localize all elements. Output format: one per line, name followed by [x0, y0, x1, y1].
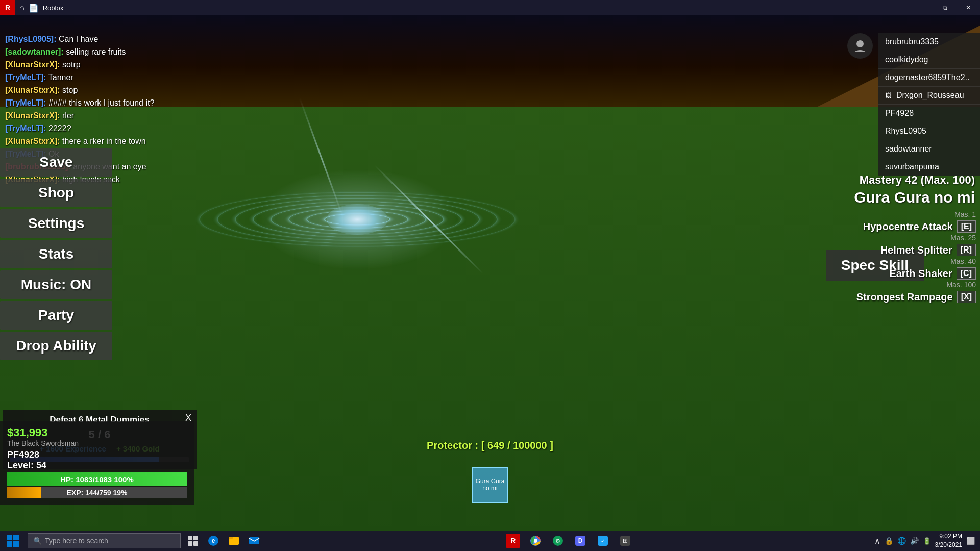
svg-text:⚙: ⚙ — [555, 538, 560, 544]
ability-bar: Gura Gurano mi — [472, 467, 508, 503]
shop-button[interactable]: Shop — [0, 179, 112, 207]
taskbar-mail-button[interactable] — [244, 531, 264, 551]
skill-hypocentre-key: [E] — [957, 220, 976, 233]
chat-line: [XlunarStxrX]: rler — [5, 110, 179, 122]
titlebar: R ⌂ 📄 Roblox — ⧉ ✕ — [0, 0, 980, 15]
taskbar-app3-button[interactable]: ⚙ — [548, 531, 568, 551]
skill-helmet-key: [R] — [957, 244, 976, 256]
taskbar-app4-button[interactable]: D — [570, 531, 591, 551]
svg-text:D: D — [578, 537, 583, 544]
taskbar-app5-button[interactable]: ✓ — [593, 531, 613, 551]
stats-button[interactable]: Stats — [0, 240, 112, 268]
svg-rect-9 — [249, 537, 259, 544]
taskbar-chrome-button[interactable] — [525, 531, 546, 551]
svg-rect-3 — [188, 541, 192, 546]
chat-line: [sadowtanner]: selling rare fruits — [5, 46, 179, 58]
skill-hypocentre-name: Hypocentre Attack — [863, 221, 953, 233]
titlebar-title: Roblox — [43, 4, 63, 12]
skill-row: Strongest Rampage [X] — [827, 291, 980, 303]
taskbar-app6-button[interactable]: ⊞ — [615, 531, 635, 551]
player-level: Level: 54 — [7, 460, 46, 470]
exp-bar — [7, 487, 41, 498]
search-icon: 🔍 — [33, 537, 42, 545]
player-list: brubrubru3335 coolkidydog dogemaster6859… — [878, 33, 980, 176]
skill-earth-name: Earth Shaker — [889, 268, 952, 280]
close-button[interactable]: ✕ — [957, 0, 980, 15]
battery-icon[interactable]: 🔋 — [923, 537, 931, 545]
chat-line: [TryMeLT]: #### this work I just found i… — [5, 97, 179, 109]
task-view-button[interactable] — [183, 531, 203, 551]
player-money: $31,993 — [7, 426, 187, 439]
svg-rect-2 — [193, 536, 198, 540]
skill-helmet-name: Helmet Splitter — [880, 244, 952, 256]
minimize-button[interactable]: — — [910, 0, 933, 15]
skill-row: Hypocentre Attack [E] — [827, 220, 980, 233]
game-canvas: [RhysL0905]: Can I have [sadowtanner]: s… — [0, 15, 980, 531]
player-info: $31,993 The Black Swordsman PF4928 Level… — [0, 421, 194, 505]
mastery-text: Mastery 42 (Max. 100) — [827, 173, 980, 187]
player-item: 🖼Drxgon_Rousseau — [878, 87, 980, 105]
settings-button[interactable]: Settings — [0, 209, 112, 238]
skill-row: Earth Shaker [C] — [827, 267, 980, 280]
player-item: dogemaster6859The2.. — [878, 69, 980, 87]
start-button[interactable] — [0, 531, 26, 551]
svg-text:✓: ✓ — [601, 538, 605, 544]
notification-icon[interactable]: ⬜ — [966, 537, 975, 545]
chat-line: [XlunarStxrX]: there a rker in the town — [5, 135, 179, 147]
network-icon[interactable]: 🌐 — [897, 537, 906, 545]
svg-point-0 — [856, 40, 864, 47]
exp-bar-container: EXP: 144/759 19% — [7, 487, 187, 498]
taskbar-edge-button[interactable]: e — [203, 531, 224, 551]
search-bar[interactable]: 🔍 Type here to search — [28, 533, 181, 548]
taskbar-right: ∧ 🔒 🌐 🔊 🔋 9:02 PM 3/20/2021 ⬜ — [874, 532, 980, 549]
chat-line: [RhysL0905]: Can I have — [5, 33, 179, 45]
taskbar-roblox-button[interactable]: R — [503, 531, 523, 551]
svg-rect-4 — [193, 541, 198, 546]
left-menu: Save Shop Settings Stats Music: ON Party… — [0, 148, 112, 360]
player-item: sadowtanner — [878, 140, 980, 158]
taskbar-time[interactable]: 9:02 PM 3/20/2021 — [935, 532, 962, 549]
skill-rampage-name: Strongest Rampage — [856, 291, 953, 303]
taskbar-explorer-button[interactable] — [224, 531, 244, 551]
taskbar: 🔍 Type here to search e R — [0, 531, 980, 551]
taskbar-center: R ⚙ D ✓ — [264, 531, 874, 551]
skill-rampage-key: [X] — [957, 291, 976, 303]
ability-slot-gura[interactable]: Gura Gurano mi — [472, 467, 508, 503]
tray-icon-1[interactable]: 🔒 — [885, 537, 893, 545]
right-panel: Mastery 42 (Max. 100) Gura Gura no mi Ma… — [827, 173, 980, 304]
hp-bar-container: HP: 1083/1083 100% — [7, 472, 187, 486]
ability-label: Gura Gurano mi — [476, 478, 505, 492]
skill-row: Helmet Splitter [R] — [827, 244, 980, 256]
restore-button[interactable]: ⧉ — [933, 0, 957, 15]
skill-helmet-mas: Mas. 40 — [827, 257, 980, 265]
doc-icon[interactable]: 📄 — [29, 3, 39, 13]
protector-text: Protector : [ 649 / 100000 ] — [427, 440, 553, 452]
titlebar-icon: R — [0, 0, 15, 15]
exp-bar-text: EXP: 144/759 19% — [66, 489, 127, 497]
chat-line: [TryMeLT]: Tanner — [5, 71, 179, 84]
player-name: PF4928 — [7, 449, 39, 460]
svg-text:e: e — [212, 537, 215, 544]
roblox-user-icon[interactable] — [847, 33, 873, 59]
drop-ability-button[interactable]: Drop Ability — [0, 332, 112, 360]
skill-hypocentre-mas: Mas. 25 — [827, 234, 980, 242]
save-button[interactable]: Save — [0, 148, 112, 177]
player-item: PF4928 — [878, 105, 980, 122]
svg-text:⊞: ⊞ — [623, 537, 628, 544]
chat-line: [XlunarStxrX]: stop — [5, 84, 179, 96]
music-button[interactable]: Music: ON — [0, 270, 112, 299]
search-bar-placeholder: Type here to search — [45, 537, 108, 545]
skill-earth-mas: Mas. 100 — [827, 281, 980, 289]
svg-rect-1 — [188, 536, 192, 540]
windows-logo — [7, 535, 19, 547]
taskbar-date: 3/20/2021 — [935, 541, 962, 549]
skill-earth-key: [C] — [957, 267, 976, 280]
player-item: brubrubru3335 — [878, 33, 980, 51]
fruit-name: Gura Gura no mi — [827, 189, 980, 206]
xp-section: HP: 1083/1083 100% EXP: 144/759 19% — [7, 472, 187, 498]
party-button[interactable]: Party — [0, 301, 112, 330]
player-item: coolkidydog — [878, 51, 980, 69]
volume-icon[interactable]: 🔊 — [910, 537, 919, 545]
home-icon[interactable]: ⌂ — [19, 3, 24, 12]
notification-chevron[interactable]: ∧ — [874, 536, 880, 546]
